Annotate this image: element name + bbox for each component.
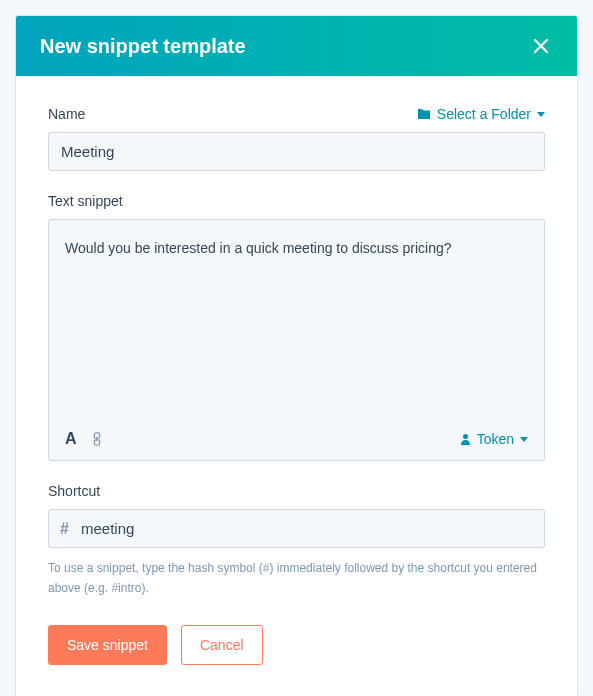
shortcut-help-text: To use a snippet, type the hash symbol (… <box>48 558 545 599</box>
new-snippet-modal: New snippet template Name Select a Folde… <box>15 15 578 696</box>
name-label-row: Name Select a Folder <box>48 106 545 122</box>
save-button[interactable]: Save snippet <box>48 625 167 665</box>
cancel-button[interactable]: Cancel <box>181 625 263 665</box>
token-button[interactable]: Token <box>460 431 528 447</box>
modal-title: New snippet template <box>40 35 246 58</box>
shortcut-label-row: Shortcut <box>48 483 545 499</box>
modal-header: New snippet template <box>16 16 577 76</box>
folder-icon <box>417 108 431 120</box>
caret-down-icon <box>537 112 545 117</box>
person-icon <box>460 433 471 445</box>
text-format-button[interactable]: A <box>65 430 77 448</box>
close-button[interactable] <box>529 34 553 58</box>
token-label: Token <box>477 431 514 447</box>
hash-prefix: # <box>60 520 69 538</box>
name-input[interactable] <box>48 132 545 171</box>
close-icon <box>532 37 550 55</box>
toolbar-left: A <box>65 430 103 448</box>
svg-point-5 <box>463 434 468 439</box>
folder-select-button[interactable]: Select a Folder <box>417 106 545 122</box>
caret-down-icon <box>520 437 528 442</box>
snippet-textarea[interactable]: Would you be interested in a quick meeti… <box>49 220 544 420</box>
snippet-field-row: Text snippet Would you be interested in … <box>48 193 545 461</box>
snippet-label-row: Text snippet <box>48 193 545 209</box>
link-icon[interactable] <box>91 432 103 446</box>
shortcut-input[interactable] <box>48 509 545 548</box>
shortcut-input-wrap: # <box>48 509 545 548</box>
name-label: Name <box>48 106 85 122</box>
editor-toolbar: A Token <box>49 420 544 460</box>
name-field-row: Name Select a Folder <box>48 106 545 171</box>
folder-select-label: Select a Folder <box>437 106 531 122</box>
shortcut-field-row: Shortcut # To use a snippet, type the ha… <box>48 483 545 599</box>
snippet-label: Text snippet <box>48 193 123 209</box>
shortcut-label: Shortcut <box>48 483 100 499</box>
snippet-editor: Would you be interested in a quick meeti… <box>48 219 545 461</box>
modal-body: Name Select a Folder Text snippet Would <box>16 76 577 696</box>
button-row: Save snippet Cancel <box>48 625 545 665</box>
